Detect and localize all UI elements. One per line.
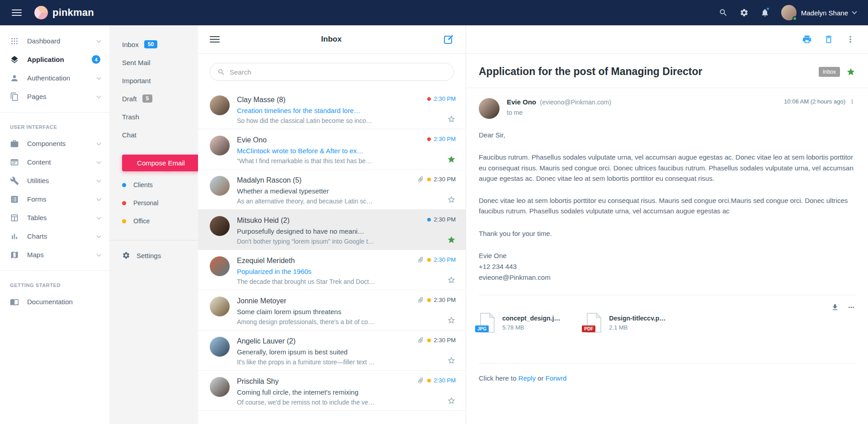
email-time: 2:30 PM bbox=[434, 95, 456, 102]
sidebar-item-charts[interactable]: Charts bbox=[0, 227, 109, 245]
forward-link[interactable]: Forwrd bbox=[546, 374, 567, 382]
sender-name: Evie Ono bbox=[237, 136, 427, 144]
avatar bbox=[210, 176, 230, 196]
sidebar-item-utilities[interactable]: Utilities bbox=[0, 171, 109, 190]
sidebar-item-components[interactable]: Components bbox=[0, 134, 109, 153]
folder-chat[interactable]: Chat bbox=[109, 126, 198, 144]
star-icon[interactable] bbox=[447, 276, 456, 284]
chevron-down-icon bbox=[97, 159, 101, 164]
email-rows: Clay Masse (8) Creation timelines for th… bbox=[198, 89, 466, 411]
sender-name: Mitsuko Heid (2) bbox=[237, 217, 427, 225]
email-row-selected[interactable]: Mitsuko Heid (2) Purposefully designed t… bbox=[198, 210, 466, 250]
layers-icon bbox=[10, 55, 19, 64]
status-dot bbox=[427, 178, 431, 181]
bell-icon[interactable] bbox=[760, 8, 769, 17]
email-time: 2:30 PM bbox=[434, 176, 456, 183]
attachment-size: 5.78 MB bbox=[502, 324, 560, 331]
email-subject: Whether a medieval typesetter bbox=[237, 187, 417, 195]
chevron-down-icon bbox=[97, 75, 101, 80]
sidebar-item-pages[interactable]: Pages bbox=[0, 87, 109, 106]
sidebar-item-maps[interactable]: Maps bbox=[0, 245, 109, 264]
chevron-down-icon bbox=[97, 38, 101, 42]
pages-icon bbox=[10, 92, 19, 101]
folder-label: Chat bbox=[122, 131, 137, 139]
email-preview: The decade that brought us Star Trek and… bbox=[237, 278, 417, 285]
attachment-pdf[interactable]: PDF Design-titleccv.p… 2.1 MB bbox=[585, 312, 665, 333]
label-dot-yellow bbox=[122, 219, 126, 223]
email-row[interactable]: Madalyn Rascon (5) Whether a medieval ty… bbox=[198, 170, 466, 210]
folder-draft[interactable]: Draft 5 bbox=[109, 90, 198, 108]
star-icon[interactable] bbox=[447, 356, 456, 365]
list-hamburger-icon[interactable] bbox=[210, 34, 220, 44]
sidebar-item-label: Content bbox=[27, 158, 97, 166]
compose-edit-icon[interactable] bbox=[443, 34, 454, 45]
trash-icon[interactable] bbox=[824, 34, 834, 44]
avatar bbox=[210, 136, 230, 155]
nav-hamburger-icon[interactable] bbox=[12, 8, 22, 18]
sidebar-item-application[interactable]: Application 4 bbox=[0, 50, 109, 69]
sender-name: Madalyn Rascon (5) bbox=[237, 176, 417, 184]
status-dot bbox=[427, 298, 431, 302]
label-clients[interactable]: Clients bbox=[109, 176, 198, 194]
body-paragraph: Faucibus rutrum. Phasellus sodales vulpu… bbox=[479, 152, 854, 184]
detail-sender-name: Evie Ono bbox=[507, 98, 536, 106]
sidebar-item-label: Dashboard bbox=[27, 37, 97, 45]
folder-label: Important bbox=[122, 77, 151, 85]
label-text: Clients bbox=[133, 181, 153, 188]
sidebar-item-documentation[interactable]: Documentation bbox=[0, 292, 109, 311]
gear-icon[interactable] bbox=[740, 8, 749, 17]
search-input[interactable] bbox=[230, 68, 446, 76]
reply-prefix: Click here to bbox=[479, 374, 516, 382]
star-icon[interactable] bbox=[447, 195, 456, 204]
search-icon[interactable] bbox=[719, 8, 728, 17]
attachment-name: concept_design.j… bbox=[502, 315, 560, 322]
email-preview: Among design professionals, there's a bi… bbox=[237, 318, 417, 325]
search-bar bbox=[210, 63, 454, 81]
folder-inbox[interactable]: Inbox 50 bbox=[109, 35, 198, 53]
sidebar-item-tables[interactable]: Tables bbox=[0, 208, 109, 227]
label-personal[interactable]: Personal bbox=[109, 194, 198, 212]
sidebar-item-forms[interactable]: Forms bbox=[0, 190, 109, 208]
star-icon[interactable] bbox=[447, 316, 456, 325]
sidebar-item-content[interactable]: Content bbox=[0, 153, 109, 171]
person-icon bbox=[10, 74, 19, 83]
sidebar-item-authentication[interactable]: Authentication bbox=[0, 69, 109, 87]
email-row[interactable]: Jonnie Metoyer Some claim lorem ipsum th… bbox=[198, 290, 466, 330]
folder-important[interactable]: Important bbox=[109, 71, 198, 90]
email-row[interactable]: Clay Masse (8) Creation timelines for th… bbox=[198, 89, 466, 129]
label-text: Personal bbox=[133, 199, 158, 207]
star-icon[interactable] bbox=[447, 396, 456, 405]
download-all-icon[interactable] bbox=[831, 303, 839, 311]
settings-item[interactable]: Settings bbox=[109, 246, 198, 265]
star-icon[interactable] bbox=[447, 236, 456, 244]
email-subject-title: Application for the post of Managing Dir… bbox=[479, 66, 819, 78]
compose-email-button[interactable]: Compose Email bbox=[122, 155, 200, 171]
sender-name: Prischila Shy bbox=[237, 377, 417, 386]
folder-sent-mail[interactable]: Sent Mail bbox=[109, 53, 198, 71]
sidebar-item-label: Authentication bbox=[27, 74, 97, 82]
folder-trash[interactable]: Trash bbox=[109, 108, 198, 126]
brand[interactable]: pinkman bbox=[34, 6, 94, 19]
file-icon: PDF bbox=[585, 312, 603, 333]
email-row[interactable]: Ezequiel Merideth Popularized in the 196… bbox=[198, 250, 466, 290]
more-vert-icon[interactable] bbox=[845, 34, 855, 44]
label-office[interactable]: Office bbox=[109, 212, 198, 230]
starred-icon[interactable] bbox=[846, 67, 855, 76]
sidebar-item-dashboard[interactable]: Dashboard bbox=[0, 32, 109, 50]
more-vert-icon[interactable] bbox=[849, 99, 855, 105]
print-icon[interactable] bbox=[802, 34, 812, 44]
more-horiz-icon[interactable] bbox=[847, 303, 855, 311]
reply-link[interactable]: Reply bbox=[519, 374, 536, 382]
label-dot-blue bbox=[122, 183, 126, 187]
attachment-jpg[interactable]: JPG concept_design.j… 5.78 MB bbox=[479, 312, 560, 333]
email-row[interactable]: Evie Ono McClintock wrote to Before & Af… bbox=[198, 129, 466, 170]
reply-or: or bbox=[538, 374, 543, 382]
application-badge: 4 bbox=[92, 55, 100, 64]
star-icon[interactable] bbox=[447, 155, 456, 164]
star-icon[interactable] bbox=[447, 115, 456, 123]
user-menu[interactable]: Madelyn Shane bbox=[781, 5, 856, 20]
email-preview: Of course, we'd be remiss not to include… bbox=[237, 399, 417, 406]
email-row[interactable]: Angelic Lauver (2) Generally, lorem ipsu… bbox=[198, 330, 466, 371]
email-row[interactable]: Prischila Shy Coming full circle, the in… bbox=[198, 371, 466, 411]
email-body: Dear Sir, Faucibus rutrum. Phasellus sod… bbox=[466, 122, 868, 295]
